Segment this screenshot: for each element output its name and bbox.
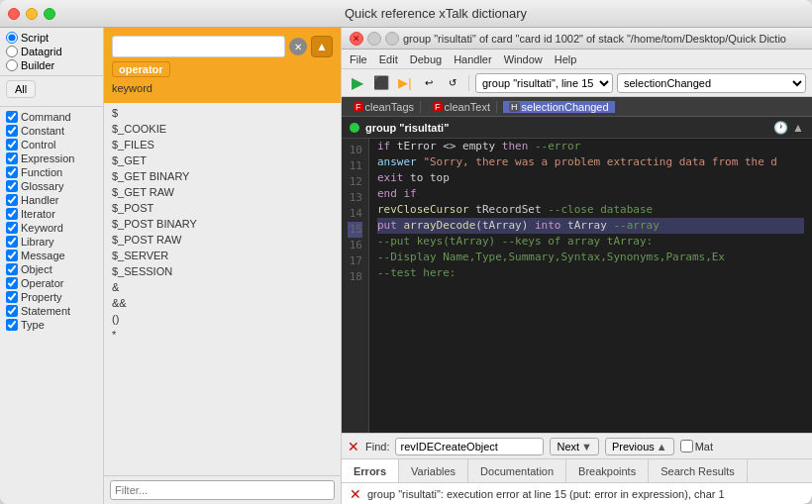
checkbox-glossary[interactable]: Glossary (6, 180, 97, 192)
minimize-button[interactable] (26, 8, 38, 20)
find-label: Find: (365, 441, 389, 453)
find-prev-button[interactable]: Previous ▲ (605, 438, 674, 455)
step-over-button[interactable]: ↩ (419, 73, 439, 93)
window-title: Quick reference xTalk dictionary (67, 6, 804, 21)
ide-panel: ✕ group "risultati" of card "card id 100… (342, 28, 812, 504)
checkbox-message[interactable]: Message (6, 250, 97, 261)
ide-minimize-button[interactable] (367, 32, 381, 46)
tab-errors[interactable]: Errors (342, 459, 399, 483)
debug-button[interactable]: ⬛ (371, 73, 391, 93)
result-server[interactable]: $_SERVER (104, 248, 341, 263)
result-asterisk[interactable]: * (104, 327, 341, 343)
all-button[interactable]: All (6, 80, 36, 98)
result-get[interactable]: $_GET (104, 152, 341, 168)
arrow-down-icon: ▼ (581, 441, 592, 453)
find-bar: ✕ Find: Next ▼ Previous ▲ Mat (342, 433, 812, 458)
group-name-label: group "risultati" (365, 122, 449, 134)
line-numbers: 10 11 12 13 14 15 16 17 18 (342, 139, 369, 433)
search-input[interactable] (112, 36, 285, 57)
traffic-lights (8, 8, 55, 20)
scroll-up-button[interactable]: ▲ (311, 36, 333, 57)
result-double-amp[interactable]: && (104, 295, 341, 311)
result-session[interactable]: $_SESSION (104, 263, 341, 279)
ide-titlebar: ✕ group "risultati" of card "card id 100… (342, 28, 812, 50)
stop-button[interactable]: ↺ (443, 73, 462, 93)
checkbox-statement[interactable]: Statement (6, 305, 97, 317)
result-get-raw[interactable]: $_GET RAW (104, 184, 341, 200)
group-header: group "risultati" 🕐 ▲ (342, 117, 812, 139)
checkbox-type[interactable]: Type (6, 319, 97, 331)
result-post[interactable]: $_POST (104, 200, 341, 216)
checkbox-expression[interactable]: Expression (6, 152, 97, 164)
tab-cleanText[interactable]: F cleanText (427, 101, 497, 113)
tab-search-results[interactable]: Search Results (649, 459, 748, 483)
tab-variables[interactable]: Variables (399, 459, 468, 483)
left-panel: ✕ ▲ operator keyword $ $_COOKIE $_FILES … (104, 28, 342, 504)
find-input[interactable] (395, 438, 544, 455)
menu-handler[interactable]: Handler (454, 53, 492, 65)
find-next-button[interactable]: Next ▼ (550, 438, 599, 455)
scroll-icon[interactable]: ▲ (792, 121, 804, 135)
checkbox-keyword[interactable]: Keyword (6, 222, 97, 234)
ide-menubar: File Edit Debug Handler Window Help (342, 50, 812, 69)
result-cookie[interactable]: $_COOKIE (104, 121, 341, 137)
result-get-binary[interactable]: $_GET BINARY (104, 168, 341, 184)
tab-type-h: H (509, 102, 520, 112)
line-num-14: 14 (348, 206, 362, 222)
handler-select[interactable]: selectionChanged (617, 73, 806, 93)
result-parens[interactable]: () (104, 311, 341, 327)
match-checkbox-label[interactable]: Mat (680, 440, 713, 453)
tab-label-cleanTags: cleanTags (365, 101, 415, 113)
code-editor-wrapper: 10 11 12 13 14 15 16 17 18 if tError <> … (342, 139, 812, 433)
menu-window[interactable]: Window (504, 53, 543, 65)
history-icon[interactable]: 🕐 (773, 121, 788, 135)
result-amp[interactable]: & (104, 279, 341, 295)
line-num-18: 18 (348, 269, 362, 285)
checkbox-function[interactable]: Function (6, 166, 97, 178)
match-checkbox[interactable] (680, 440, 693, 453)
checkbox-property[interactable]: Property (6, 291, 97, 303)
code-line-14: revCloseCursor tRecordSet --close databa… (377, 202, 804, 218)
result-post-raw[interactable]: $_POST RAW (104, 232, 341, 248)
step-button[interactable]: ▶| (395, 73, 415, 93)
radio-script[interactable]: Script (6, 32, 97, 44)
code-line-18: --test here: (377, 265, 804, 281)
run-button[interactable]: ▶ (348, 73, 367, 93)
menu-file[interactable]: File (350, 53, 367, 65)
result-dollar[interactable]: $ (104, 105, 341, 121)
checkbox-library[interactable]: Library (6, 236, 97, 248)
ide-maximize-button[interactable] (385, 32, 399, 46)
code-area: group "risultati" 🕐 ▲ 10 11 12 13 14 15 (342, 117, 812, 433)
result-files[interactable]: $_FILES (104, 137, 341, 152)
ide-title: group "risultati" of card "card id 1002"… (403, 33, 786, 45)
checkbox-object[interactable]: Object (6, 263, 97, 275)
close-button[interactable] (8, 8, 20, 20)
menu-help[interactable]: Help (555, 53, 577, 65)
result-post-binary[interactable]: $_POST BINARY (104, 216, 341, 232)
separator-1 (468, 75, 469, 91)
checkbox-handler[interactable]: Handler (6, 194, 97, 206)
code-line-13: end if (377, 186, 804, 202)
tab-documentation[interactable]: Documentation (468, 459, 566, 483)
checkbox-operator[interactable]: Operator (6, 277, 97, 289)
checkbox-command[interactable]: Command (6, 111, 97, 123)
checkbox-control[interactable]: Control (6, 139, 97, 151)
ide-close-button[interactable]: ✕ (350, 32, 363, 46)
checkbox-constant[interactable]: Constant (6, 125, 97, 137)
tab-selectionChanged[interactable]: H selectionChanged (503, 101, 615, 113)
menu-edit[interactable]: Edit (379, 53, 398, 65)
arrow-up-icon: ▲ (657, 441, 667, 453)
radio-builder[interactable]: Builder (6, 59, 97, 71)
code-line-16: --put keys(tArray) --keys of array tArra… (377, 234, 804, 250)
filter-input[interactable] (110, 480, 335, 500)
group-select[interactable]: group "risultati", line 15 (475, 73, 613, 93)
tab-breakpoints[interactable]: Breakpoints (566, 459, 649, 483)
clear-button[interactable]: ✕ (289, 38, 307, 55)
maximize-button[interactable] (44, 8, 55, 20)
code-content[interactable]: if tError <> empty then --error answer "… (369, 139, 812, 433)
tab-cleanTags[interactable]: F cleanTags (348, 101, 421, 113)
checkbox-iterator[interactable]: Iterator (6, 208, 97, 220)
menu-debug[interactable]: Debug (410, 53, 442, 65)
radio-datagrid[interactable]: Datagrid (6, 46, 97, 57)
find-close-button[interactable]: ✕ (348, 439, 359, 454)
